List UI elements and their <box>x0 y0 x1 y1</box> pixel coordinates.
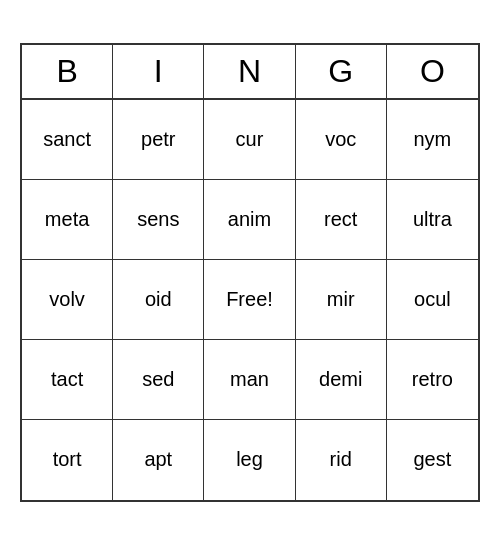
bingo-cell-r3-c4: retro <box>387 340 478 420</box>
bingo-cell-r0-c3: voc <box>296 100 387 180</box>
bingo-header: BINGO <box>22 45 478 100</box>
bingo-cell-r4-c3: rid <box>296 420 387 500</box>
bingo-cell-r3-c2: man <box>204 340 295 420</box>
bingo-cell-r4-c4: gest <box>387 420 478 500</box>
bingo-cell-r0-c2: cur <box>204 100 295 180</box>
bingo-cell-r0-c0: sanct <box>22 100 113 180</box>
bingo-cell-r3-c0: tact <box>22 340 113 420</box>
header-letter: G <box>296 45 387 98</box>
bingo-cell-r4-c2: leg <box>204 420 295 500</box>
bingo-cell-r3-c1: sed <box>113 340 204 420</box>
bingo-cell-r0-c4: nym <box>387 100 478 180</box>
header-letter: B <box>22 45 113 98</box>
bingo-cell-r3-c3: demi <box>296 340 387 420</box>
bingo-grid: sanctpetrcurvocnymmetasensanimrectultrav… <box>22 100 478 500</box>
bingo-cell-r4-c1: apt <box>113 420 204 500</box>
bingo-cell-r1-c1: sens <box>113 180 204 260</box>
bingo-cell-r2-c1: oid <box>113 260 204 340</box>
bingo-cell-r4-c0: tort <box>22 420 113 500</box>
bingo-cell-r1-c3: rect <box>296 180 387 260</box>
bingo-cell-r2-c3: mir <box>296 260 387 340</box>
bingo-cell-r0-c1: petr <box>113 100 204 180</box>
bingo-cell-r2-c0: volv <box>22 260 113 340</box>
bingo-cell-r2-c2: Free! <box>204 260 295 340</box>
header-letter: I <box>113 45 204 98</box>
header-letter: O <box>387 45 478 98</box>
bingo-card: BINGO sanctpetrcurvocnymmetasensanimrect… <box>20 43 480 502</box>
bingo-cell-r1-c0: meta <box>22 180 113 260</box>
header-letter: N <box>204 45 295 98</box>
bingo-cell-r2-c4: ocul <box>387 260 478 340</box>
bingo-cell-r1-c4: ultra <box>387 180 478 260</box>
bingo-cell-r1-c2: anim <box>204 180 295 260</box>
